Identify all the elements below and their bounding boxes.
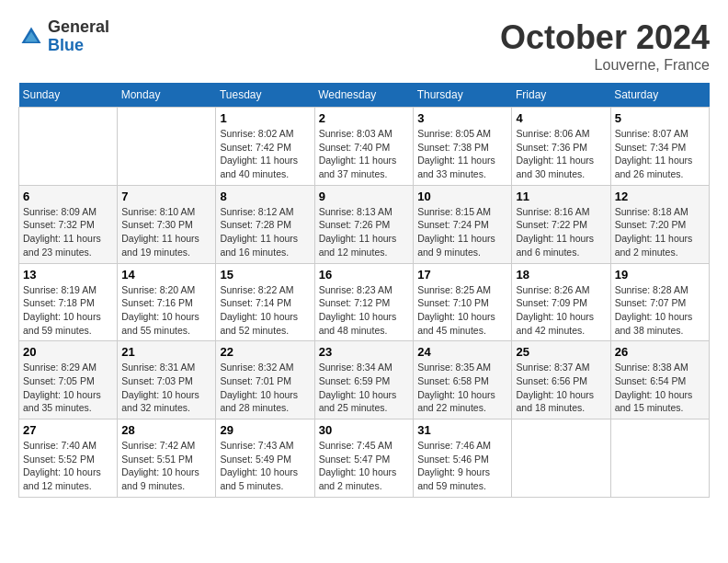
day-number: 14	[121, 268, 211, 282]
day-number: 19	[615, 268, 705, 282]
calendar-cell: 30Sunrise: 7:45 AMSunset: 5:47 PMDayligh…	[314, 419, 413, 498]
day-info: Sunrise: 8:29 AMSunset: 7:05 PMDaylight:…	[23, 361, 113, 415]
calendar-cell: 22Sunrise: 8:32 AMSunset: 7:01 PMDayligh…	[216, 341, 314, 419]
calendar-cell: 20Sunrise: 8:29 AMSunset: 7:05 PMDayligh…	[19, 341, 118, 419]
calendar-cell	[512, 419, 610, 498]
day-info: Sunrise: 8:20 AMSunset: 7:16 PMDaylight:…	[121, 283, 211, 338]
calendar-week-row: 6Sunrise: 8:09 AMSunset: 7:32 PMDaylight…	[19, 185, 710, 263]
day-info: Sunrise: 8:35 AMSunset: 6:58 PMDaylight:…	[417, 361, 507, 415]
day-number: 22	[220, 345, 310, 359]
day-number: 10	[417, 190, 507, 203]
day-number: 2	[319, 111, 409, 125]
day-number: 20	[23, 345, 113, 359]
day-info: Sunrise: 8:19 AMSunset: 7:18 PMDaylight:…	[23, 283, 113, 338]
day-number: 4	[516, 111, 606, 125]
calendar-cell: 4Sunrise: 8:06 AMSunset: 7:36 PMDaylight…	[512, 108, 610, 186]
calendar-cell	[19, 108, 118, 186]
calendar-cell: 28Sunrise: 7:42 AMSunset: 5:51 PMDayligh…	[118, 419, 216, 498]
day-info: Sunrise: 8:32 AMSunset: 7:01 PMDaylight:…	[220, 361, 310, 415]
day-number: 12	[615, 190, 705, 203]
day-number: 27	[23, 423, 113, 437]
calendar-cell: 14Sunrise: 8:20 AMSunset: 7:16 PMDayligh…	[118, 263, 216, 341]
day-number: 15	[220, 268, 310, 282]
day-info: Sunrise: 8:02 AMSunset: 7:42 PMDaylight:…	[220, 127, 310, 181]
weekday-header: Tuesday	[216, 83, 314, 108]
calendar-cell: 12Sunrise: 8:18 AMSunset: 7:20 PMDayligh…	[610, 185, 709, 263]
weekday-header: Friday	[512, 83, 610, 108]
day-number: 7	[121, 190, 211, 203]
logo: General Blue	[18, 18, 109, 55]
day-info: Sunrise: 8:38 AMSunset: 6:54 PMDaylight:…	[615, 361, 705, 415]
month-title: October 2024	[500, 18, 710, 57]
calendar-cell: 16Sunrise: 8:23 AMSunset: 7:12 PMDayligh…	[314, 263, 413, 341]
day-info: Sunrise: 8:03 AMSunset: 7:40 PMDaylight:…	[319, 127, 409, 181]
calendar-cell: 27Sunrise: 7:40 AMSunset: 5:52 PMDayligh…	[19, 419, 118, 498]
calendar-cell: 9Sunrise: 8:13 AMSunset: 7:26 PMDaylight…	[314, 185, 413, 263]
weekday-header: Monday	[118, 83, 216, 108]
day-number: 17	[417, 268, 507, 282]
calendar-cell	[118, 108, 216, 186]
calendar-cell: 29Sunrise: 7:43 AMSunset: 5:49 PMDayligh…	[216, 419, 314, 498]
day-number: 13	[23, 268, 113, 282]
day-number: 5	[615, 111, 705, 125]
day-info: Sunrise: 8:23 AMSunset: 7:12 PMDaylight:…	[319, 283, 409, 338]
day-number: 30	[319, 423, 409, 437]
day-number: 28	[121, 423, 211, 437]
calendar-cell: 10Sunrise: 8:15 AMSunset: 7:24 PMDayligh…	[414, 185, 512, 263]
calendar-cell: 6Sunrise: 8:09 AMSunset: 7:32 PMDaylight…	[19, 185, 118, 263]
calendar-week-row: 27Sunrise: 7:40 AMSunset: 5:52 PMDayligh…	[19, 419, 710, 498]
day-info: Sunrise: 8:13 AMSunset: 7:26 PMDaylight:…	[319, 205, 409, 259]
logo-icon	[18, 24, 44, 50]
weekday-header: Thursday	[414, 83, 512, 108]
day-info: Sunrise: 8:07 AMSunset: 7:34 PMDaylight:…	[615, 127, 705, 181]
day-number: 18	[516, 268, 606, 282]
calendar-header-row: SundayMondayTuesdayWednesdayThursdayFrid…	[19, 83, 710, 108]
day-info: Sunrise: 8:05 AMSunset: 7:38 PMDaylight:…	[417, 127, 507, 181]
day-number: 23	[319, 345, 409, 359]
day-info: Sunrise: 7:45 AMSunset: 5:47 PMDaylight:…	[319, 439, 409, 493]
page-header: General Blue October 2024 Louverne, Fran…	[18, 18, 710, 74]
day-info: Sunrise: 7:42 AMSunset: 5:51 PMDaylight:…	[121, 439, 211, 493]
calendar-cell: 13Sunrise: 8:19 AMSunset: 7:18 PMDayligh…	[19, 263, 118, 341]
day-number: 31	[417, 423, 507, 437]
day-info: Sunrise: 7:46 AMSunset: 5:46 PMDaylight:…	[417, 439, 507, 493]
day-number: 29	[220, 423, 310, 437]
calendar-cell: 17Sunrise: 8:25 AMSunset: 7:10 PMDayligh…	[414, 263, 512, 341]
calendar-cell: 31Sunrise: 7:46 AMSunset: 5:46 PMDayligh…	[414, 419, 512, 498]
day-number: 24	[417, 345, 507, 359]
day-number: 8	[220, 190, 310, 203]
calendar-cell: 18Sunrise: 8:26 AMSunset: 7:09 PMDayligh…	[512, 263, 610, 341]
day-info: Sunrise: 8:16 AMSunset: 7:22 PMDaylight:…	[516, 205, 606, 259]
day-info: Sunrise: 8:06 AMSunset: 7:36 PMDaylight:…	[516, 127, 606, 181]
calendar-cell: 2Sunrise: 8:03 AMSunset: 7:40 PMDaylight…	[314, 108, 413, 186]
calendar-table: SundayMondayTuesdayWednesdayThursdayFrid…	[18, 83, 710, 498]
calendar-week-row: 1Sunrise: 8:02 AMSunset: 7:42 PMDaylight…	[19, 108, 710, 186]
calendar-cell: 23Sunrise: 8:34 AMSunset: 6:59 PMDayligh…	[314, 341, 413, 419]
day-info: Sunrise: 8:25 AMSunset: 7:10 PMDaylight:…	[417, 283, 507, 338]
title-section: October 2024 Louverne, France	[500, 18, 710, 74]
logo-text: General Blue	[48, 18, 109, 55]
calendar-cell: 19Sunrise: 8:28 AMSunset: 7:07 PMDayligh…	[610, 263, 709, 341]
day-info: Sunrise: 8:15 AMSunset: 7:24 PMDaylight:…	[417, 205, 507, 259]
day-number: 9	[319, 190, 409, 203]
calendar-cell	[610, 419, 709, 498]
weekday-header: Sunday	[19, 83, 118, 108]
day-number: 11	[516, 190, 606, 203]
calendar-cell: 5Sunrise: 8:07 AMSunset: 7:34 PMDaylight…	[610, 108, 709, 186]
weekday-header: Saturday	[610, 83, 709, 108]
day-info: Sunrise: 8:31 AMSunset: 7:03 PMDaylight:…	[121, 361, 211, 415]
day-number: 26	[615, 345, 705, 359]
day-info: Sunrise: 8:12 AMSunset: 7:28 PMDaylight:…	[220, 205, 310, 259]
day-info: Sunrise: 8:34 AMSunset: 6:59 PMDaylight:…	[319, 361, 409, 415]
calendar-cell: 1Sunrise: 8:02 AMSunset: 7:42 PMDaylight…	[216, 108, 314, 186]
calendar-cell: 26Sunrise: 8:38 AMSunset: 6:54 PMDayligh…	[610, 341, 709, 419]
day-info: Sunrise: 8:10 AMSunset: 7:30 PMDaylight:…	[121, 205, 211, 259]
calendar-cell: 24Sunrise: 8:35 AMSunset: 6:58 PMDayligh…	[414, 341, 512, 419]
calendar-cell: 8Sunrise: 8:12 AMSunset: 7:28 PMDaylight…	[216, 185, 314, 263]
day-info: Sunrise: 7:43 AMSunset: 5:49 PMDaylight:…	[220, 439, 310, 493]
day-number: 3	[417, 111, 507, 125]
day-info: Sunrise: 8:37 AMSunset: 6:56 PMDaylight:…	[516, 361, 606, 415]
day-info: Sunrise: 7:40 AMSunset: 5:52 PMDaylight:…	[23, 439, 113, 493]
day-info: Sunrise: 8:18 AMSunset: 7:20 PMDaylight:…	[615, 205, 705, 259]
calendar-week-row: 20Sunrise: 8:29 AMSunset: 7:05 PMDayligh…	[19, 341, 710, 419]
